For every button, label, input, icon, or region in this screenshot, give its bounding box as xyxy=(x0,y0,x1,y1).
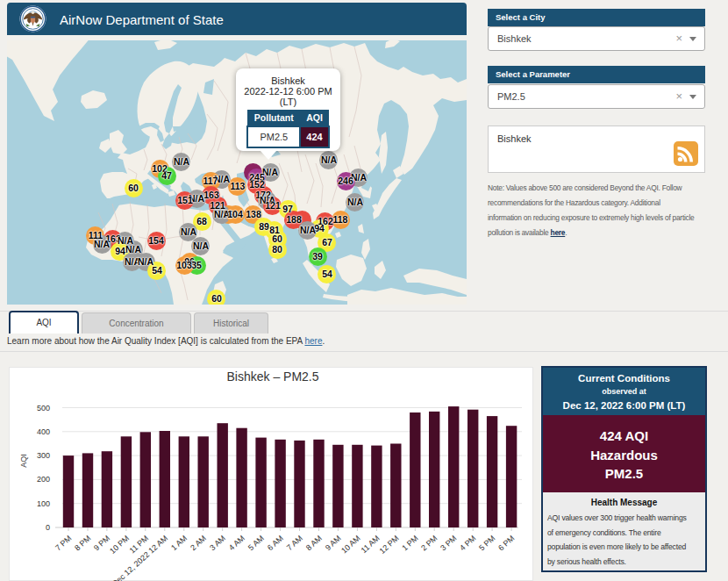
svg-text:3 AM: 3 AM xyxy=(208,534,227,552)
svg-text:10 PM: 10 PM xyxy=(108,534,131,556)
svg-text:300: 300 xyxy=(37,451,50,460)
svg-text:12 PM: 12 PM xyxy=(378,534,401,556)
svg-text:4 AM: 4 AM xyxy=(227,534,246,552)
svg-text:5 AM: 5 AM xyxy=(246,534,266,552)
svg-text:10 AM: 10 AM xyxy=(339,534,362,556)
svg-text:500: 500 xyxy=(37,404,50,412)
svg-text:200: 200 xyxy=(37,475,50,484)
svg-text:11 AM: 11 AM xyxy=(360,534,382,555)
svg-text:4 PM: 4 PM xyxy=(458,534,477,552)
svg-text:6 AM: 6 AM xyxy=(266,534,285,552)
svg-text:Bishkek – PM2.5: Bishkek – PM2.5 xyxy=(226,369,318,384)
svg-text:100: 100 xyxy=(37,499,50,508)
svg-text:6 PM: 6 PM xyxy=(496,534,516,552)
svg-text:5 PM: 5 PM xyxy=(477,534,496,552)
svg-text:3 PM: 3 PM xyxy=(439,534,458,552)
svg-text:1 AM: 1 AM xyxy=(169,534,189,552)
svg-text:7 AM: 7 AM xyxy=(285,534,304,552)
svg-text:7 PM: 7 PM xyxy=(54,534,73,552)
svg-text:1 PM: 1 PM xyxy=(400,534,419,552)
svg-text:2 PM: 2 PM xyxy=(419,534,439,552)
svg-text:8 PM: 8 PM xyxy=(73,534,92,552)
svg-text:AQI: AQI xyxy=(19,454,28,468)
svg-text:2 AM: 2 AM xyxy=(189,534,208,552)
svg-text:400: 400 xyxy=(37,427,50,436)
svg-text:0: 0 xyxy=(46,523,50,532)
svg-text:8 AM: 8 AM xyxy=(304,534,324,552)
